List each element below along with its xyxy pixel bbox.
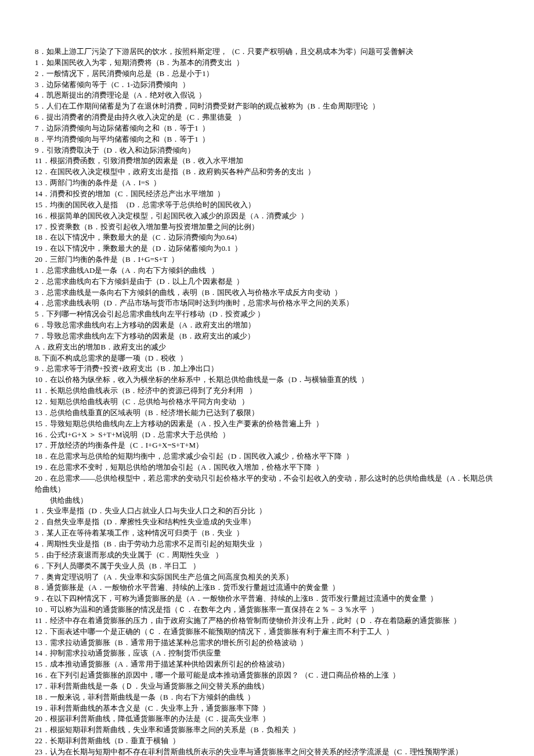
- document-line: 16．在下列引起通货膨胀的原因中，哪一个最可能是成本推动通货膨胀的原因？ （C．…: [35, 670, 499, 681]
- document-line: 15．均衡的国民收入是指 （D．总需求等于总供给时的国民收入）: [35, 200, 499, 211]
- document-line: 2．自然失业率是指（D．摩擦性失业和结构性失业造成的失业率）: [35, 517, 499, 528]
- document-line: 18．在总需求与总供给的短期均衡中，总需求减少会引起（D．国民收入减少，价格水平…: [35, 451, 499, 462]
- document-line: 16．根据简单的国民收入决定模型，引起国民收入减少的原因是（A．消费减少 ）: [35, 211, 499, 222]
- document-line: 23．认为在长期与短期中都不存在菲利普斯曲线所表示的失业率与通货膨胀率之间交替关…: [35, 747, 499, 756]
- document-line: 5．由于经济衰退而形成的失业属于（C．周期性失业 ）: [35, 550, 499, 561]
- document-line: 9．在以下四种情况下，可称为通货膨胀的是（A．一般物价水平普遍、持续的上涨B．货…: [35, 593, 499, 604]
- document-line: 14．抑制需求拉动通货膨胀，应该（A．控制货币供应量: [35, 648, 499, 659]
- document-line: 1．失业率是指（D．失业人口占就业人口与失业人口之和的百分比 ）: [35, 506, 499, 517]
- document-line: 11．根据消费函数，引致消费增加的因素是（B．收入水平增加: [35, 156, 499, 167]
- document-line: 14．消费和投资的增加（C．国民经济总产出水平增加 ）: [35, 189, 499, 200]
- document-line: 9．引致消费取决于（D．收入和边际消费倾向）: [35, 145, 499, 156]
- document-line: 3．某人正在等待着某项工作，这种情况可归类于（B．失业 ）: [35, 528, 499, 539]
- document-line: 13．总供给曲线垂直的区域表明（B．经济增长能力已达到了极限）: [35, 408, 499, 419]
- document-line: 12．在国民收入决定模型中，政府支出是指（B．政府购买各种产品和劳务的支出 ）: [35, 167, 499, 178]
- document-line: 13．需求拉动通货膨胀（B．通常用于描述某种总需求的增长所引起的价格波动 ）: [35, 638, 499, 649]
- document-line: 12．下面表述中哪一个是正确的（Ｃ．在通货膨胀不能预期的情况下，通货膨胀有利于雇…: [35, 627, 499, 638]
- document-line-continuation: 供给曲线）: [35, 495, 499, 506]
- document-line: 7．奥肯定理说明了（A．失业率和实际国民生产总值之间高度负相关的关系）: [35, 572, 499, 583]
- document-line: 5．人们在工作期间储蓄是为了在退休时消费，同时消费受财产影响的观点被称为（B．生…: [35, 101, 499, 112]
- document-line: 22．长期菲利普斯曲线（D．垂直于横轴 ）: [35, 736, 499, 747]
- document-line: 8．平均消费倾向与平均储蓄倾向之和（B．等于1 ）: [35, 134, 499, 145]
- document-line: 2．一般情况下，居民消费倾向总是（B．总是小于1）: [35, 69, 499, 80]
- document-line: 12．短期总供给曲线表明（C．总供给与价格水平同方向变动 ）: [35, 397, 499, 408]
- document-line: 7．边际消费倾向与边际储蓄倾向之和（B．等于1 ）: [35, 123, 499, 134]
- document-line: 15．成本推动通货膨胀（A．通常用于描述某种供给因素所引起的价格波动）: [35, 659, 499, 670]
- document-line: 19．在以下情况中，乘数最大的是（D．边际储蓄倾向为0.1 ）: [35, 243, 499, 254]
- document-line: 8．通货膨胀是（A．一般物价水平普遍、持续的上涨B．货币发行量超过流通中的黄金量…: [35, 582, 499, 593]
- document-line: 17．菲利普斯曲线是一条（Ｄ．失业与通货膨胀之间交替关系的曲线）: [35, 681, 499, 692]
- document-line: 21．根据短期菲利普斯曲线，失业率和通货膨胀率之间的关系是（B．负相关 ）: [35, 725, 499, 736]
- document-line: 18．一般来说，菲利普斯曲线是一条（B．向右下方倾斜的曲线 ）: [35, 692, 499, 703]
- document-line: 20．根据菲利普斯曲线，降低通货膨胀率的办法是（C．提高失业率 ）: [35, 714, 499, 725]
- document-line: 9．总需求等于消费+投资+政府支出（B．加上净出口）: [35, 363, 499, 375]
- document-line: 8．如果上游工厂污染了下游居民的饮水，按照科斯定理，（C．只要产权明确，且交易成…: [35, 46, 499, 57]
- document-line: 20．三部门均衡的条件是（B．I+G=S+T ）: [35, 254, 499, 265]
- document-line: 4．总需求曲线表明（D．产品市场与货币市场同时达到均衡时，总需求与价格水平之间的…: [35, 298, 499, 309]
- document-line: 6．下列人员哪类不属于失业人员（B．半日工 ）: [35, 561, 499, 572]
- document-line: 6．提出消费者的消费是由持久收入决定的是（C．弗里德曼 ）: [35, 112, 499, 123]
- document-line: 10．在以价格为纵坐标，收入为横坐标的坐标系中，长期总供给曲线是一条（D．与横轴…: [35, 375, 499, 386]
- document-line: 1．总需求曲线AD是一条（A．向右下方倾斜的曲线 ）: [35, 265, 499, 276]
- document-line: A．政府支出的增加B．政府支出的减少: [35, 342, 499, 353]
- document-line: 8. 下面不构成总需求的是哪一项（D．税收 ）: [35, 353, 499, 364]
- document-line: 4．凯恩斯提出的消费理论是（A．绝对收入假说 ）: [35, 90, 499, 101]
- document-line: 13．两部门均衡的条件是（A．I=S ）: [35, 178, 499, 189]
- document-line: 3．边际储蓄倾向等于（C．1-边际消费倾向 ）: [35, 80, 499, 91]
- document-line: 11．长期总供给曲线表示（B．经济中的资源已得到了充分利用 ）: [35, 386, 499, 397]
- document-line: 3．总需求曲线是一条向右下方倾斜的曲线，表明（B．国民收入与价格水平成反方向变动…: [35, 287, 499, 298]
- document-line: 18．在以下情况中，乘数最大的是（C．边际消费倾向为0.64）: [35, 232, 499, 243]
- document-line: 19．菲利普斯曲线的基本含义是（C．失业率上升，通货膨胀率下降 ）: [35, 703, 499, 714]
- document-line: 20．在总需求——总供给模型中，若总需求的变动只引起价格水平的变动，不会引起收入…: [35, 473, 499, 495]
- document-line: 1．如果国民收入为零，短期消费将（B．为基本的消费支出 ）: [35, 57, 499, 69]
- document-line: 5．下列哪一种情况会引起总需求曲线向左平行移动（D．投资减少 ）: [35, 309, 499, 320]
- document-line: 17．开放经济的均衡条件是（C．I+G+X=S+T+M）: [35, 440, 499, 451]
- document-line: 19．在总需求不变时，短期总供给的增加会引起（A．国民收入增加，价格水平下降 ）: [35, 462, 499, 473]
- document-line: 6．导致总需求曲线向右上方移动的因素是（A．政府支出的增加）: [35, 320, 499, 331]
- document-line: 11．经济中存在着通货膨胀的压力，由于政府实施了严格的价格管制而使物价并没有上升…: [35, 615, 499, 627]
- document-line: 7．导致总需求曲线向左下方移动的因素是（B．政府支出的减少）: [35, 331, 499, 342]
- document-line: 4．周期性失业是指（B．由于劳动力总需求不足而引起的短期失业 ）: [35, 539, 499, 550]
- document-line: 17．投资乘数（B．投资引起收入增加量与投资增加量之间的比例）: [35, 222, 499, 233]
- document-line: 2．总需求曲线向右下方倾斜是由于（D．以上几个因素都是 ）: [35, 276, 499, 287]
- document-line: 10．可以称为温和的通货膨胀的情况是指（Ｃ．在数年之内，通货膨胀率一直保持在２％…: [35, 604, 499, 615]
- document-line: 16．公式I+G+X ＞ S+T+M说明（D．总需求大于总供给 ）: [35, 430, 499, 441]
- document-line: 15．导致短期总供给曲线向左上方移动的因素是（A．投入生产要素的价格普遍上升 ）: [35, 419, 499, 430]
